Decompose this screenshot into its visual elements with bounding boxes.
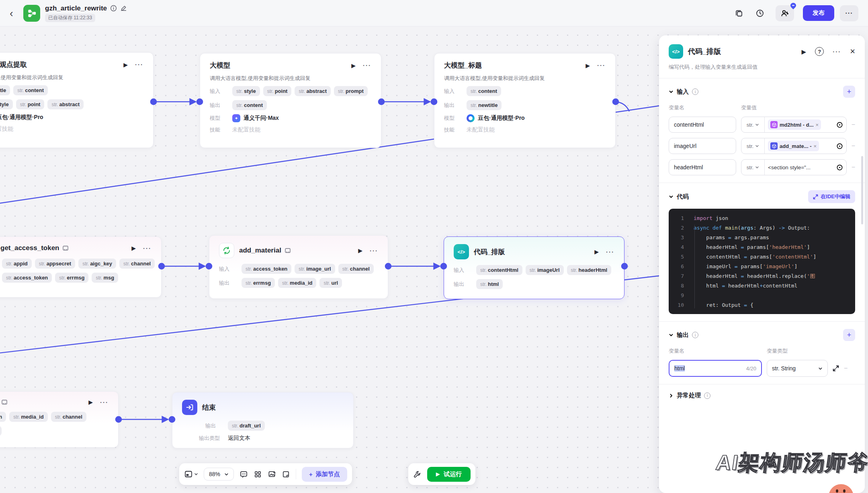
var-name-input[interactable] (669, 138, 736, 154)
remove-input-button[interactable]: − (852, 121, 855, 128)
node-get-access-token[interactable]: get_access_token ▶ ··· 输入 str.appid str.… (0, 236, 162, 298)
run-node-icon[interactable]: ▶ (123, 62, 128, 68)
select-ref-icon[interactable] (836, 121, 843, 128)
output-type-value: 返回文本 (228, 435, 250, 442)
panel-more-icon[interactable]: ··· (833, 49, 841, 55)
output-var-type-select[interactable]: str. String (767, 360, 828, 377)
node-more-icon[interactable]: ··· (597, 62, 606, 68)
var-chip: str.aigc_key (78, 259, 116, 269)
var-literal-value[interactable]: <section style="... (768, 164, 811, 170)
expand-output-icon[interactable] (833, 365, 839, 372)
group-layout-icon[interactable] (254, 470, 262, 479)
input-label: 输入 (454, 267, 471, 274)
expand-caret-icon[interactable] (669, 393, 674, 398)
node-title: 大模型 (210, 61, 230, 70)
image-export-icon[interactable] (268, 470, 276, 479)
node-llm[interactable]: 大模型 ▶ ··· 调用大语言模型,使用变量和提示词生成回复 输入 str.st… (200, 53, 381, 148)
skill-none-text: 未配置技能 (0, 125, 13, 133)
code-gutter: 12345678910 (669, 214, 690, 309)
node-end[interactable]: 结束 输出 str.draft_url 输出类型 返回文本 (172, 392, 354, 448)
add-material-plugin-icon (219, 243, 234, 258)
run-node-icon[interactable]: ▶ (358, 248, 362, 253)
node-more-icon[interactable]: ··· (370, 248, 378, 254)
collab-pin-badge (790, 2, 796, 11)
var-chip: str.image_url (295, 264, 335, 274)
publish-button[interactable]: 发布 (803, 5, 834, 21)
comment-icon[interactable] (240, 470, 248, 479)
var-ref-tag[interactable]: add_mate... - × (768, 141, 819, 151)
remove-input-button[interactable]: − (852, 142, 855, 150)
var-chip: str.abstract (295, 86, 331, 96)
var-type-select[interactable]: str. (741, 160, 765, 175)
add-input-button[interactable]: + (843, 86, 855, 98)
output-var-name-input[interactable]: html 4/20 (669, 360, 762, 377)
remove-output-button[interactable]: − (844, 365, 848, 372)
run-node-icon[interactable]: ▶ (594, 249, 599, 255)
select-ref-icon[interactable] (836, 164, 843, 171)
zoom-level-select[interactable]: 88% (204, 468, 234, 481)
run-toolbar: ▶ 试运行 (408, 463, 475, 485)
var-chip: str.imageUrl (526, 265, 564, 275)
code-node-icon: </> (669, 44, 683, 59)
workflow-title: gzh_article_rewrite (45, 4, 107, 12)
duplicate-icon[interactable] (734, 8, 744, 18)
back-button[interactable]: ‹ (10, 8, 23, 18)
play-icon: ▶ (436, 471, 440, 477)
minimap-toggle-icon[interactable] (184, 470, 198, 479)
collaboration-button[interactable] (776, 5, 794, 21)
code-editor[interactable]: 12345678910 import jsonasync def main(ar… (669, 209, 855, 314)
run-node-icon[interactable]: ▶ (131, 245, 136, 251)
var-ref-tag[interactable]: md2html - d... × (768, 119, 821, 130)
info-icon[interactable] (110, 5, 117, 12)
help-icon[interactable]: ? (815, 47, 824, 56)
select-ref-icon[interactable] (836, 143, 843, 150)
var-type-select[interactable]: str. (741, 117, 765, 132)
node-code-layout[interactable]: </> 代码_排版 ▶ ··· 输入 str.contentHtml str.i… (444, 236, 624, 299)
var-name-input[interactable] (669, 159, 736, 175)
remove-input-button[interactable]: − (852, 164, 855, 171)
chevron-down-icon (224, 472, 229, 477)
wrench-icon[interactable] (413, 470, 422, 479)
node-more-icon[interactable]: ··· (606, 249, 614, 255)
node-add-material[interactable]: add_material ▶ ··· 输入 str.access_token s… (209, 235, 388, 299)
run-node-icon[interactable]: ▶ (351, 63, 356, 68)
node-extract[interactable]: 观点提取 ▶ ··· 调用大语言模型,使用变量和提示词生成回复 输入 str.t… (0, 52, 154, 148)
node-more-icon[interactable]: ··· (143, 245, 151, 251)
history-icon[interactable] (755, 8, 765, 18)
panel-scrollbar[interactable] (861, 156, 863, 224)
var-chip: str.prompt (334, 86, 368, 96)
var-chip: str.errmsg (242, 278, 275, 288)
close-panel-icon[interactable]: × (850, 47, 855, 56)
run-node-icon[interactable]: ▶ (88, 399, 93, 405)
remove-ref-icon[interactable]: × (816, 122, 819, 128)
var-chip: str.content (232, 100, 267, 110)
run-node-icon[interactable]: ▶ (585, 63, 590, 68)
collapse-caret-icon[interactable] (669, 89, 674, 94)
node-llm-title[interactable]: 大模型_标题 ▶ ··· 调用大语言模型,使用变量和提示词生成回复 输入 str… (434, 53, 616, 148)
var-name-input[interactable] (669, 117, 736, 133)
node-more-icon[interactable]: ··· (100, 399, 108, 405)
add-output-button[interactable]: + (843, 329, 855, 341)
var-type-select[interactable]: str. (741, 138, 765, 154)
node-add-draft[interactable]: ▶ ··· 输入 str.access_token str.media_id s… (0, 391, 119, 448)
var-chip: str.channel (119, 259, 155, 269)
add-node-button[interactable]: + 添加节点 (302, 467, 347, 482)
note-icon[interactable] (282, 470, 290, 479)
collapse-caret-icon[interactable] (669, 194, 674, 199)
output-label: 输出 (454, 281, 471, 288)
node-more-icon[interactable]: ··· (135, 62, 143, 68)
var-chip: str.errmsg (0, 426, 2, 436)
edit-title-icon[interactable] (120, 5, 127, 12)
remove-ref-icon[interactable]: × (813, 143, 817, 149)
collapse-caret-icon[interactable] (669, 333, 674, 337)
plus-icon: + (309, 471, 313, 478)
header-more-button[interactable]: ··· (840, 5, 858, 21)
col-var-value: 变量值 (741, 104, 757, 111)
edit-in-ide-button[interactable]: 在IDE中编辑 (808, 190, 855, 203)
info-icon: i (692, 332, 698, 338)
node-more-icon[interactable]: ··· (363, 62, 371, 68)
input-row: str. <section style="... − (669, 159, 855, 175)
run-node-icon[interactable]: ▶ (802, 49, 807, 55)
test-run-button[interactable]: ▶ 试运行 (427, 467, 471, 482)
top-bar: ‹ gzh_article_rewrite 已自动保存 11:22:33 发布 … (0, 0, 868, 27)
